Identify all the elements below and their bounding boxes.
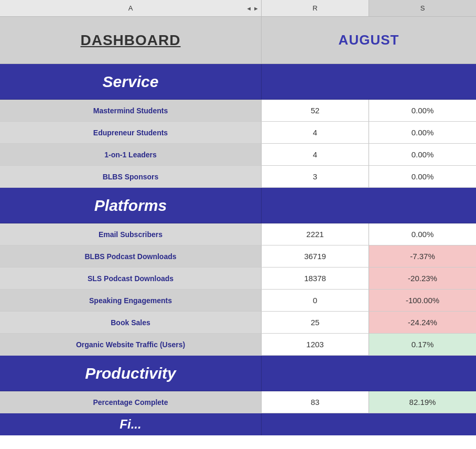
bottom-partial-cell-a: Fi... [0,413,262,435]
row-label-0-2: 1-on-1 Leaders [0,144,262,165]
column-header-row: A ◄ ► R S [0,0,476,17]
row-value-1-5: 1203 [262,334,369,355]
section-header-label-1: Platforms [94,197,167,215]
row-value-0-2: 4 [262,144,369,165]
row-pct-1-0: 0.00% [369,223,476,245]
row-pct-1-3: -100.00% [369,290,476,311]
section-header-cell-right-1 [262,188,476,223]
table-row: Percentage Complete 83 82.19% [0,391,476,413]
row-label-2-0: Percentage Complete [0,391,262,413]
dashboard-header-row: DASHBOARD AUGUST [0,17,476,64]
dashboard-title-cell: DASHBOARD [0,17,262,63]
row-pct-0-1: 0.00% [369,122,476,143]
table-row: SLS Podcast Downloads 18378 -20.23% [0,268,476,290]
row-pct-0-0: 0.00% [369,100,476,121]
col-header-a: A ◄ ► [0,0,262,16]
table-row: Book Sales 25 -24.24% [0,312,476,334]
section-header-cell-right-2 [262,356,476,391]
table-row: Organic Website Traffic (Users) 1203 0.1… [0,334,476,356]
row-label-0-3: BLBS Sponsors [0,166,262,187]
table-row: Speaking Engagements 0 -100.00% [0,290,476,312]
row-label-1-0: Email Subscribers [0,223,262,245]
row-value-0-1: 4 [262,122,369,143]
row-pct-2-0: 82.19% [369,391,476,413]
table-row: BLBS Podcast Downloads 36719 -7.37% [0,245,476,268]
section-header-cell-right-0 [262,64,476,99]
row-value-0-3: 3 [262,166,369,187]
section-header-label-0: Service [103,73,159,91]
table-row: BLBS Sponsors 3 0.00% [0,166,476,188]
row-pct-1-5: 0.17% [369,334,476,355]
col-header-r: R [262,0,369,16]
col-s-label: S [420,4,425,12]
section-header-2: Productivity [0,356,476,391]
bottom-partial-row: Fi... [0,413,476,435]
row-value-1-1: 36719 [262,245,369,267]
table-row: Email Subscribers 2221 0.00% [0,223,476,245]
row-pct-0-2: 0.00% [369,144,476,165]
bottom-partial-label: Fi... [120,417,141,432]
table-row: Edupreneur Students 4 0.00% [0,122,476,144]
section-header-label-2: Productivity [85,365,176,382]
row-label-1-5: Organic Website Traffic (Users) [0,334,262,355]
row-value-1-0: 2221 [262,223,369,245]
section-header-0: Service [0,64,476,100]
row-label-1-3: Speaking Engagements [0,290,262,311]
row-value-2-0: 83 [262,391,369,413]
section-header-1: Platforms [0,188,476,223]
table-row: Mastermind Students 52 0.00% [0,100,476,122]
section-header-cell-a-0: Service [0,64,262,99]
row-value-1-2: 18378 [262,268,369,289]
row-pct-1-2: -20.23% [369,268,476,289]
row-value-0-0: 52 [262,100,369,121]
col-a-arrows[interactable]: ◄ ► [246,5,259,12]
month-label: AUGUST [339,32,399,48]
row-label-0-0: Mastermind Students [0,100,262,121]
row-pct-0-3: 0.00% [369,166,476,187]
row-label-1-4: Book Sales [0,312,262,333]
row-pct-1-4: -24.24% [369,312,476,333]
bottom-partial-cell-right [262,413,476,435]
row-label-1-1: BLBS Podcast Downloads [0,245,262,267]
col-a-label: A [128,4,133,12]
row-value-1-3: 0 [262,290,369,311]
section-header-cell-a-2: Productivity [0,356,262,391]
row-value-1-4: 25 [262,312,369,333]
col-r-label: R [312,4,317,12]
row-label-0-1: Edupreneur Students [0,122,262,143]
sections-container: Service Mastermind Students 52 0.00% Edu… [0,64,476,413]
table-row: 1-on-1 Leaders 4 0.00% [0,144,476,166]
section-header-cell-a-1: Platforms [0,188,262,223]
month-label-cell: AUGUST [262,17,476,63]
dashboard-title: DASHBOARD [81,32,181,49]
col-header-s: S [369,0,476,16]
row-pct-1-1: -7.37% [369,245,476,267]
row-label-1-2: SLS Podcast Downloads [0,268,262,289]
